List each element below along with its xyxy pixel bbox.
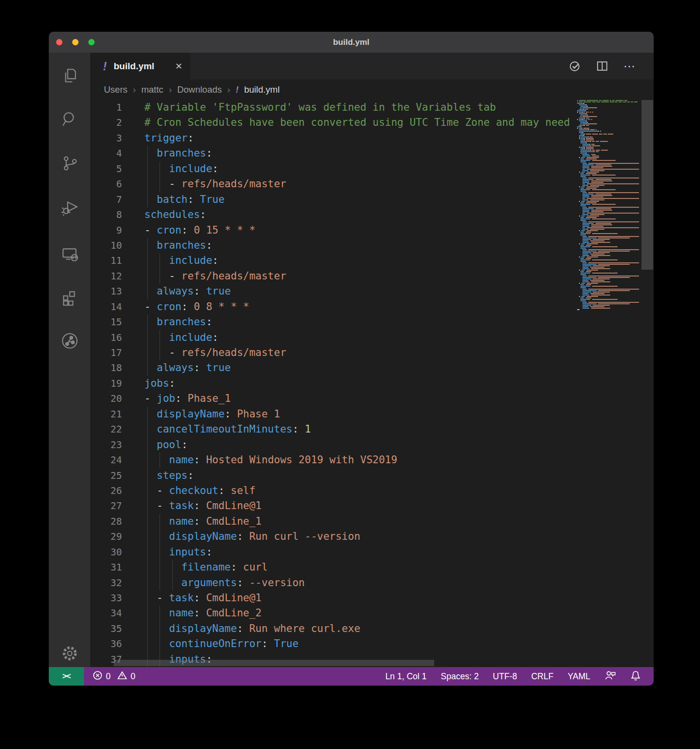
line-number: 4: [90, 146, 122, 161]
code-line[interactable]: 17 - refs/heads/master: [90, 345, 577, 360]
vscode-window: build.yml: [49, 32, 654, 686]
remote-explorer-icon[interactable]: [49, 241, 90, 267]
breadcrumb-item-mattc[interactable]: mattc: [141, 84, 163, 95]
breadcrumb-item-users[interactable]: Users: [104, 84, 127, 95]
code-line[interactable]: 7 batch: True: [90, 192, 577, 207]
indent-guide: [147, 146, 148, 161]
code-line[interactable]: 14- cron: 0 8 * * *: [90, 299, 577, 315]
code-line[interactable]: 22 cancelTimeoutInMinutes: 1: [90, 422, 577, 437]
notifications-bell-icon[interactable]: [630, 670, 641, 683]
code-line[interactable]: 20- job: Phase_1: [90, 391, 577, 406]
explorer-icon[interactable]: [49, 63, 90, 88]
indent-guide: [147, 253, 148, 268]
line-content: always: true: [144, 360, 231, 375]
problems-indicator[interactable]: 0 0: [93, 670, 135, 683]
code-line[interactable]: 12 - refs/heads/master: [90, 269, 577, 284]
line-content: include:: [144, 330, 219, 345]
code-line[interactable]: 9- cron: 0 15 * * *: [90, 223, 577, 238]
code-line[interactable]: 26 - checkout: self: [90, 483, 577, 498]
code-line[interactable]: 28 name: CmdLine_1: [90, 514, 577, 529]
settings-gear-icon[interactable]: [49, 641, 90, 666]
breadcrumb-item-file[interactable]: build.yml: [244, 84, 280, 95]
editor[interactable]: 1# Variable 'FtpPassword' was defined in…: [90, 100, 654, 667]
code-line[interactable]: 1# Variable 'FtpPassword' was defined in…: [90, 100, 577, 115]
minimap[interactable]: [577, 100, 640, 667]
code-line[interactable]: 24 name: Hosted Windows 2019 with VS2019: [90, 453, 577, 468]
indent-guide: [147, 606, 148, 621]
indent-guide: [147, 529, 148, 544]
indent-guide: [147, 498, 148, 513]
code-line[interactable]: 18 always: true: [90, 360, 577, 375]
line-content: arguments: --version: [144, 575, 305, 591]
code-line[interactable]: 15 branches:: [90, 315, 577, 330]
code-line[interactable]: 27 - task: CmdLine@1: [90, 498, 577, 513]
indent-guide: [160, 545, 160, 560]
remote-indicator[interactable]: ><: [49, 667, 84, 686]
run-and-debug-icon[interactable]: [49, 195, 90, 220]
vertical-scrollbar[interactable]: [641, 100, 653, 270]
code-line[interactable]: 19jobs:: [90, 376, 577, 391]
warning-count: 0: [131, 671, 136, 682]
line-content: displayName: Run curl --version: [144, 529, 360, 544]
code-line[interactable]: 16 include:: [90, 330, 577, 345]
editor-actions: ⋯: [569, 53, 636, 79]
source-control-icon[interactable]: [49, 151, 90, 176]
indent-guide: [147, 284, 148, 299]
code-line[interactable]: 6 - refs/heads/master: [90, 177, 577, 192]
code-line[interactable]: 13 always: true: [90, 284, 577, 299]
breadcrumb-item-downloads[interactable]: Downloads: [177, 84, 222, 95]
indent-guide: [147, 315, 148, 330]
workbench: ! build.yml ✕: [49, 53, 654, 667]
open-changes-icon[interactable]: [569, 60, 581, 73]
indent-guide: [147, 437, 148, 453]
language-mode[interactable]: YAML: [568, 671, 590, 682]
tab-close-icon[interactable]: ✕: [174, 60, 183, 73]
line-number: 9: [90, 223, 122, 238]
indent-guide: [147, 483, 148, 498]
code-line[interactable]: 8schedules:: [90, 207, 577, 222]
code-line[interactable]: 10 branches:: [90, 238, 577, 253]
line-content: displayName: Phase 1: [144, 407, 280, 422]
code-line[interactable]: 29 displayName: Run curl --version: [90, 529, 577, 544]
code-line[interactable]: 21 displayName: Phase 1: [90, 407, 577, 422]
code-line[interactable]: 36 continueOnError: True: [90, 636, 577, 651]
tab-build-yml[interactable]: ! build.yml ✕: [90, 53, 190, 79]
pipelines-icon[interactable]: [49, 328, 90, 354]
extensions-icon[interactable]: [49, 285, 90, 311]
indent-guide: [160, 529, 160, 544]
encoding[interactable]: UTF-8: [493, 671, 517, 682]
code-line[interactable]: 4 branches:: [90, 146, 577, 161]
indent-guide: [147, 192, 148, 207]
line-number: 15: [90, 315, 122, 330]
line-content: pool:: [144, 437, 188, 453]
yaml-file-icon: !: [103, 59, 107, 73]
code-line[interactable]: 25 steps:: [90, 468, 577, 483]
indentation-setting[interactable]: Spaces: 2: [441, 671, 479, 682]
more-actions-icon[interactable]: ⋯: [623, 59, 636, 73]
breadcrumb: Users › mattc › Downloads › ! build.yml: [90, 79, 654, 100]
line-number: 11: [90, 253, 122, 268]
code-line[interactable]: 35 displayName: Run where curl.exe: [90, 621, 577, 636]
indent-guide: [147, 269, 148, 284]
cursor-position[interactable]: Ln 1, Col 1: [385, 671, 427, 682]
code-line[interactable]: 32 arguments: --version: [90, 575, 577, 591]
split-editor-icon[interactable]: [596, 60, 609, 73]
code-line[interactable]: 31 filename: curl: [90, 560, 577, 575]
eol-setting[interactable]: CRLF: [531, 671, 554, 682]
code-lines: 1# Variable 'FtpPassword' was defined in…: [90, 100, 577, 667]
horizontal-scrollbar[interactable]: [114, 660, 434, 666]
code-line[interactable]: 33 - task: CmdLine@1: [90, 591, 577, 606]
feedback-icon[interactable]: [604, 670, 616, 683]
code-line[interactable]: 2# Cron Schedules have been converted us…: [90, 115, 577, 130]
code-line[interactable]: 5 include:: [90, 161, 577, 177]
code-line[interactable]: 34 name: CmdLine_2: [90, 606, 577, 621]
search-icon[interactable]: [49, 107, 90, 132]
code-line[interactable]: 3trigger:: [90, 131, 577, 146]
line-number: 14: [90, 299, 122, 315]
code-line[interactable]: 11 include:: [90, 253, 577, 268]
code-line[interactable]: 23 pool:: [90, 437, 577, 453]
line-number: 30: [90, 545, 122, 560]
line-number: 21: [90, 407, 122, 422]
title-bar[interactable]: build.yml: [49, 32, 654, 53]
code-line[interactable]: 30 inputs:: [90, 545, 577, 560]
